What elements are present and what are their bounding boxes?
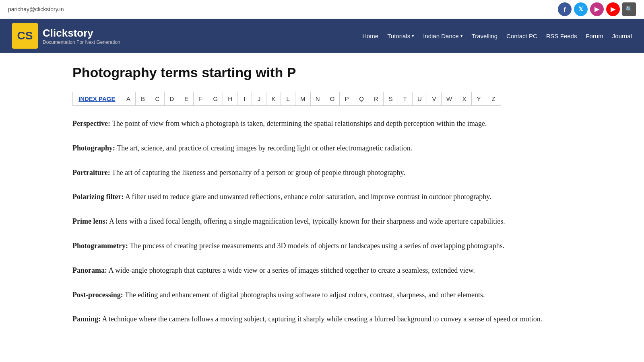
term-item-8: Panning: A technique where the camera fo… <box>72 313 572 325</box>
alpha-letter-k[interactable]: K <box>266 92 281 105</box>
alpha-letter-r[interactable]: R <box>369 92 384 105</box>
term-item-5: Photogrammetry: The process of creating … <box>72 240 572 252</box>
alpha-letter-a[interactable]: A <box>121 92 136 105</box>
alpha-letter-b[interactable]: B <box>136 92 150 105</box>
main-nav: Home Tutorials ▾ Indian Dance ▾ Travelli… <box>362 33 632 39</box>
nav-tutorials[interactable]: Tutorials ▾ <box>387 33 414 39</box>
alpha-letter-o[interactable]: O <box>325 92 340 105</box>
search-icon[interactable]: 🔍 <box>622 2 636 16</box>
alpha-letter-h[interactable]: H <box>223 92 237 105</box>
alpha-letter-z[interactable]: Z <box>486 92 501 105</box>
alphabet-index: INDEX PAGE ABCDEFGHIJKLMNOPQRSTUVWXYZ <box>72 92 501 106</box>
alpha-letter-e[interactable]: E <box>179 92 194 105</box>
page-title: Photography terms starting with P <box>72 65 572 80</box>
youtube-icon[interactable]: ▶ <box>606 2 620 16</box>
logo-area: CS Clickstory Documentation For Next Gen… <box>12 23 120 49</box>
logo-initials: CS <box>17 29 33 42</box>
alpha-letter-v[interactable]: V <box>427 92 442 105</box>
term-item-1: Photography: The art, science, and pract… <box>72 142 572 154</box>
top-bar: parichay@clickstory.in f 𝕏 ▶ ▶ 🔍 <box>0 0 644 19</box>
alpha-letter-f[interactable]: F <box>194 92 208 105</box>
alpha-letter-n[interactable]: N <box>311 92 325 105</box>
tutorials-arrow: ▾ <box>412 33 414 39</box>
instagram-icon[interactable]: ▶ <box>590 2 604 16</box>
logo-text: Clickstory Documentation For Next Genera… <box>43 27 120 45</box>
term-item-4: Prime lens: A lens with a fixed focal le… <box>72 216 572 227</box>
site-name[interactable]: Clickstory <box>43 27 120 39</box>
term-list: Perspective: The point of view from whic… <box>72 118 572 325</box>
alpha-letter-d[interactable]: D <box>165 92 179 105</box>
nav-forum[interactable]: Forum <box>586 33 603 39</box>
nav-travelling[interactable]: Travelling <box>472 33 497 39</box>
alpha-letter-p[interactable]: P <box>340 92 354 105</box>
alpha-letter-g[interactable]: G <box>208 92 223 105</box>
term-item-2: Portraiture: The art of capturing the li… <box>72 167 572 179</box>
email-address: parichay@clickstory.in <box>8 6 64 12</box>
nav-rss-feeds[interactable]: RSS Feeds <box>546 33 577 39</box>
site-header: CS Clickstory Documentation For Next Gen… <box>0 19 644 53</box>
nav-journal[interactable]: Journal <box>612 33 632 39</box>
alpha-letter-m[interactable]: M <box>295 92 311 105</box>
term-item-7: Post-processing: The editing and enhance… <box>72 289 572 301</box>
term-item-0: Perspective: The point of view from whic… <box>72 118 572 130</box>
alpha-letter-y[interactable]: Y <box>472 92 486 105</box>
alpha-letter-j[interactable]: J <box>252 92 266 105</box>
nav-home[interactable]: Home <box>362 33 378 39</box>
alpha-letter-x[interactable]: X <box>457 92 472 105</box>
term-item-6: Panorama: A wide-angle photograph that c… <box>72 265 572 276</box>
social-icons: f 𝕏 ▶ ▶ 🔍 <box>558 2 636 16</box>
alpha-letter-l[interactable]: L <box>281 92 295 105</box>
indian-dance-arrow: ▾ <box>460 33 463 39</box>
tagline: Documentation For Next Generation <box>43 39 120 45</box>
logo-box: CS <box>12 23 38 49</box>
alpha-letter-c[interactable]: C <box>150 92 165 105</box>
alpha-letter-w[interactable]: W <box>442 92 457 105</box>
nav-contact-pc[interactable]: Contact PC <box>506 33 537 39</box>
alpha-letter-i[interactable]: I <box>237 92 252 105</box>
twitter-icon[interactable]: 𝕏 <box>574 2 588 16</box>
term-item-3: Polarizing filter: A filter used to redu… <box>72 191 572 203</box>
alpha-letter-u[interactable]: U <box>413 92 427 105</box>
alpha-letter-s[interactable]: S <box>384 92 398 105</box>
alpha-letter-q[interactable]: Q <box>354 92 369 105</box>
facebook-icon[interactable]: f <box>558 2 572 16</box>
main-content: Photography terms starting with P INDEX … <box>48 53 596 362</box>
index-page-link[interactable]: INDEX PAGE <box>73 92 121 105</box>
alpha-letter-t[interactable]: T <box>398 92 413 105</box>
nav-indian-dance[interactable]: Indian Dance ▾ <box>423 33 462 39</box>
